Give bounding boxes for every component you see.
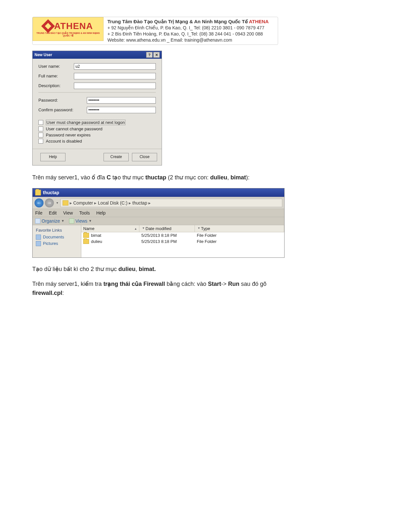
letterhead-addr2: + 2 Bis Đinh Tiên Hoàng, P. Đa Kao, Q. I…	[107, 31, 269, 37]
user-name-label: User name:	[38, 64, 74, 69]
must-change-checkbox[interactable]	[38, 120, 43, 125]
nav-back-button[interactable]: ←	[35, 198, 44, 207]
explorer-titlebar: thuctap	[33, 188, 284, 197]
help-titlebar-button[interactable]: ?	[146, 52, 153, 58]
menu-file[interactable]: File	[35, 210, 43, 216]
cannot-change-label: User cannot change password	[46, 126, 103, 131]
file-name: bimat	[91, 233, 101, 238]
favorite-links-heading: Favorite Links	[36, 228, 78, 233]
explorer-file-list: Name▲ ▾Date modified ▾Type bimat 5/25/20…	[81, 225, 284, 257]
explorer-title: thuctap	[43, 190, 59, 195]
table-row[interactable]: bimat 5/25/2013 8:18 PM File Folder	[81, 232, 284, 238]
menu-tools[interactable]: Tools	[79, 210, 90, 216]
explorer-window: thuctap ← → ▾ ▸ Computer ▸ Local Disk (C…	[32, 188, 285, 258]
close-titlebar-button[interactable]: ✕	[153, 52, 160, 58]
user-name-input[interactable]	[74, 63, 156, 70]
letterhead-brand: ATHENA	[249, 19, 269, 24]
password-label: Password:	[38, 98, 87, 103]
full-name-label: Full name:	[38, 74, 74, 78]
full-name-input[interactable]	[74, 73, 156, 79]
sidebar-item-documents[interactable]: Documents	[36, 235, 78, 240]
chevron-down-icon: ▾	[143, 226, 144, 230]
col-name[interactable]: Name▲	[81, 225, 139, 232]
close-button[interactable]: Close	[132, 153, 157, 161]
col-type[interactable]: ▾Type	[195, 225, 284, 232]
letterhead-contacts: Website: www.athena.edu.vn _ Email: trai…	[107, 37, 269, 43]
confirm-password-input[interactable]	[87, 107, 156, 113]
chevron-down-icon: ▼	[89, 219, 92, 223]
views-button[interactable]: Views ▼	[69, 218, 92, 224]
confirm-password-label: Confirm password:	[38, 107, 87, 112]
create-button[interactable]: Create	[104, 153, 129, 161]
col-date[interactable]: ▾Date modified	[139, 225, 195, 232]
explorer-address-bar: ← → ▾ ▸ Computer ▸ Local Disk (C:) ▸ thu…	[33, 197, 284, 209]
never-expires-label: Password never expires	[46, 133, 91, 137]
menu-help[interactable]: Help	[96, 210, 105, 216]
sort-asc-icon: ▲	[134, 227, 137, 230]
paragraph-2: Tạo dữ liệu bất kì cho 2 thư mục dulieu,…	[32, 265, 323, 274]
column-headers: Name▲ ▾Date modified ▾Type	[81, 225, 284, 232]
breadcrumb-item[interactable]: Local Disk (C:)	[98, 200, 127, 206]
folder-icon	[83, 233, 89, 238]
breadcrumb-item[interactable]: Computer	[73, 200, 93, 206]
logo-subtext: TRUNG TÂM ĐÀO TẠO QUẢN TRỊ MẠNG & AN NIN…	[33, 32, 103, 37]
disabled-label: Account is disabled	[46, 139, 82, 144]
letterhead-text: Trung Tâm Đào Tạo Quản Trị Mạng & An Nin…	[107, 17, 269, 45]
organize-button[interactable]: Organize ▼	[35, 218, 65, 224]
chevron-down-icon: ▾	[198, 226, 200, 230]
file-date: 5/25/2013 8:18 PM	[139, 232, 195, 238]
logo-diamond-icon	[41, 19, 55, 33]
description-label: Description:	[38, 83, 74, 88]
table-row[interactable]: dulieu 5/25/2013 8:18 PM File Folder	[81, 238, 284, 245]
documents-icon	[36, 235, 41, 240]
new-user-dialog: New User ? ✕ User name: Full name: Descr…	[32, 51, 162, 166]
explorer-menu: File Edit View Tools Help	[33, 209, 284, 217]
organize-icon	[35, 218, 40, 224]
menu-view[interactable]: View	[63, 210, 73, 216]
must-change-label: User must change password at next logon	[46, 120, 125, 125]
pictures-icon	[36, 241, 41, 246]
paragraph-1: Trên máy server1, vào ổ đĩa C tạo thư mụ…	[32, 173, 323, 182]
cannot-change-checkbox[interactable]	[38, 126, 43, 131]
address-bar[interactable]: ▸ Computer ▸ Local Disk (C:) ▸ thuctap ▸	[60, 199, 282, 207]
logo-text: ATHENA	[54, 21, 93, 31]
chevron-down-icon: ▼	[61, 219, 65, 223]
athena-logo: ATHENA TRUNG TÂM ĐÀO TẠO QUẢN TRỊ MẠNG &…	[33, 17, 104, 41]
file-date: 5/25/2013 8:18 PM	[139, 238, 195, 245]
nav-history-dropdown[interactable]: ▾	[55, 200, 59, 206]
explorer-sidebar: Favorite Links Documents Pictures	[33, 225, 81, 257]
letterhead-addr1: + 92 Nguyễn Đình Chiểu, P. Đa Kao, Q. I_…	[107, 25, 269, 31]
letterhead: ATHENA TRUNG TÂM ĐÀO TẠO QUẢN TRỊ MẠNG &…	[32, 17, 278, 45]
folder-icon	[83, 239, 89, 244]
folder-icon	[63, 200, 68, 206]
views-icon	[69, 218, 74, 224]
menu-edit[interactable]: Edit	[49, 210, 57, 216]
file-type: File Folder	[195, 232, 284, 238]
help-button[interactable]: Help	[40, 153, 65, 161]
file-type: File Folder	[195, 238, 284, 245]
nav-forward-button[interactable]: →	[45, 198, 54, 207]
disabled-checkbox[interactable]	[38, 139, 43, 144]
breadcrumb-item[interactable]: thuctap	[132, 200, 147, 206]
letterhead-title: Trung Tâm Đào Tạo Quản Trị Mạng & An Nin…	[107, 19, 249, 24]
file-name: dulieu	[91, 239, 102, 244]
dialog-titlebar: New User ? ✕	[33, 51, 162, 59]
folder-icon	[35, 190, 41, 196]
explorer-toolbar: Organize ▼ Views ▼	[33, 217, 284, 225]
never-expires-checkbox[interactable]	[38, 133, 43, 137]
sidebar-item-pictures[interactable]: Pictures	[36, 241, 78, 246]
paragraph-3: Trên máy server1, kiểm tra trạng thái củ…	[32, 280, 323, 298]
dialog-title: New User	[35, 53, 52, 57]
password-input[interactable]	[87, 97, 156, 104]
description-input[interactable]	[74, 83, 156, 89]
